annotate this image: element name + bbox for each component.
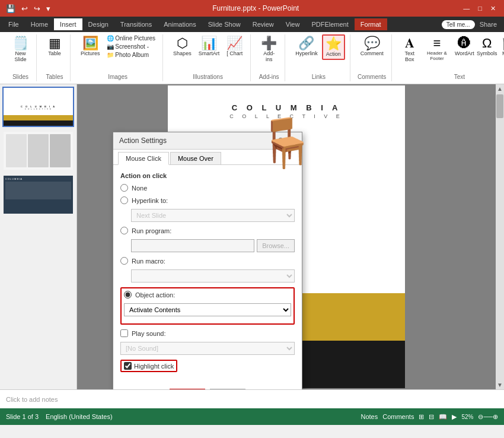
title-bar-title: Furniture.pptx - PowerPoint: [52, 4, 460, 12]
wordart-button[interactable]: 🅐 WordArt: [454, 34, 475, 59]
minimize-button[interactable]: —: [460, 4, 473, 14]
smart-art-button[interactable]: 📊 SmartArt: [196, 34, 223, 59]
table-button[interactable]: ▦ Table: [44, 34, 65, 59]
radio-hyperlink[interactable]: [120, 196, 128, 204]
media-button[interactable]: 🎬 Media: [499, 34, 504, 59]
macro-dropdown-row: [131, 269, 295, 283]
notes-toggle[interactable]: Notes: [361, 413, 378, 420]
view-slide-sorter[interactable]: ⊟: [429, 413, 434, 421]
text-box-button[interactable]: 𝐀 Text Box: [399, 34, 420, 65]
chart-button[interactable]: 📈 [ Chart: [224, 34, 245, 59]
radio-none[interactable]: [120, 184, 128, 192]
action-button[interactable]: ⭐ Action: [322, 34, 345, 60]
tab-slide-show[interactable]: Slide Show: [202, 18, 247, 30]
radio-run-program[interactable]: [120, 227, 128, 234]
table-icon: ▦: [49, 37, 61, 50]
dialog-title: Action Settings: [119, 137, 167, 145]
tab-design[interactable]: Design: [82, 18, 114, 30]
pictures-icon: 🖼️: [82, 37, 98, 50]
tab-file[interactable]: File: [2, 18, 25, 30]
run-program-input[interactable]: [131, 239, 254, 252]
ribbon-group-addins-inner: ➕ Add-ins: [258, 34, 280, 72]
undo-button[interactable]: ↩: [20, 4, 29, 14]
online-pictures-button[interactable]: 🌐 Online Pictures: [104, 34, 158, 42]
slide-thumb-1[interactable]: 1 C O L U M B I A C O L L E C T I V E: [2, 87, 74, 127]
scroll-down-button[interactable]: ▼: [496, 380, 504, 389]
tab-review[interactable]: Review: [247, 18, 280, 30]
slide-thumb-3[interactable]: 3 COLUMBIA: [2, 174, 74, 215]
radio-row-object-action: Object action:: [124, 291, 291, 299]
share-button[interactable]: Share: [480, 21, 497, 28]
view-slideshow[interactable]: ▶: [452, 413, 457, 421]
ribbon-tabs: File Home Insert Design Transitions Anim…: [0, 17, 504, 32]
close-button[interactable]: ✕: [487, 4, 499, 14]
hyperlink-dropdown[interactable]: Next Slide: [131, 209, 295, 222]
chart-icon: 📈: [227, 37, 243, 50]
screenshot-button[interactable]: 📷 Screenshot -: [104, 43, 158, 50]
browse-button[interactable]: Browse...: [257, 239, 295, 252]
symbols-icon: Ω: [482, 37, 492, 50]
new-slide-button[interactable]: 🗒️ New Slide: [9, 34, 31, 65]
action-on-click-label: Action on click: [120, 172, 295, 179]
sound-dropdown[interactable]: [No Sound]: [120, 342, 295, 355]
ok-button[interactable]: OK: [170, 389, 206, 389]
zoom-level: 52%: [461, 414, 473, 420]
object-action-dropdown[interactable]: Activate Contents: [124, 303, 291, 316]
ribbon-group-addins: ➕ Add-ins Add-ins: [253, 34, 285, 81]
tab-home[interactable]: Home: [25, 18, 54, 30]
wordart-icon: 🅐: [458, 37, 471, 50]
ribbon-group-illustrations-inner: ⬡ Shapes 📊 SmartArt 📈 [ Chart: [170, 34, 245, 72]
play-sound-row: Play sound:: [120, 329, 295, 337]
play-sound-checkbox[interactable]: [120, 329, 128, 337]
images-group-label: Images: [108, 74, 127, 81]
highlight-click-checkbox[interactable]: [124, 362, 132, 370]
radio-run-macro[interactable]: [120, 257, 128, 265]
slide-thumb-2[interactable]: 2: [2, 131, 74, 171]
tab-pdfelement[interactable]: PDFElement: [305, 18, 354, 30]
ribbon-group-tables-inner: ▦ Table: [44, 34, 65, 72]
tab-mouse-over[interactable]: Mouse Over: [170, 152, 221, 164]
smart-art-icon: 📊: [201, 37, 217, 50]
tab-mouse-click[interactable]: Mouse Click: [118, 152, 169, 165]
view-normal[interactable]: ⊞: [419, 413, 424, 421]
view-reading[interactable]: 📖: [439, 413, 447, 421]
redo-button[interactable]: ↪: [33, 4, 42, 14]
window-controls: — □ ✕: [460, 4, 499, 14]
slide-preview-3: COLUMBIA: [4, 176, 73, 214]
macro-dropdown[interactable]: [131, 269, 295, 283]
tab-insert[interactable]: Insert: [54, 18, 82, 30]
canvas-area: C O L U M B I A C O L L E C T I V E 🪑 Ac…: [77, 84, 496, 389]
tell-me-box[interactable]: Tell me...: [442, 20, 475, 29]
scroll-thumb[interactable]: [496, 94, 503, 118]
shapes-button[interactable]: ⬡ Shapes: [170, 34, 194, 59]
tab-animations[interactable]: Animations: [158, 18, 202, 30]
cancel-button[interactable]: Cancel: [210, 389, 245, 389]
comment-button[interactable]: 💬 Comment: [358, 34, 387, 59]
more-button[interactable]: ▾: [45, 4, 52, 14]
slide-preview-2: [4, 132, 73, 170]
notes-placeholder[interactable]: Click to add notes: [6, 396, 58, 403]
photo-album-button[interactable]: 📁 Photo Album: [104, 51, 158, 59]
symbols-button[interactable]: Ω Symbols: [476, 34, 497, 59]
tab-format[interactable]: Format: [355, 18, 387, 30]
comments-toggle[interactable]: Comments: [382, 413, 414, 420]
ribbon-group-comments: 💬 Comment Comments: [353, 34, 392, 81]
tab-view[interactable]: View: [280, 18, 306, 30]
pictures-button[interactable]: 🖼️ Pictures: [78, 34, 103, 59]
radio-row-none: None: [120, 184, 295, 192]
maximize-button[interactable]: □: [474, 4, 486, 14]
save-button[interactable]: 💾: [5, 4, 17, 14]
scroll-up-button[interactable]: ▲: [496, 84, 504, 93]
radio-run-program-label: Run program:: [132, 227, 171, 234]
add-ins-button[interactable]: ➕ Add-ins: [258, 34, 280, 65]
tab-transitions[interactable]: Transitions: [114, 18, 158, 30]
radio-object-action[interactable]: [124, 291, 132, 299]
comment-icon: 💬: [364, 37, 380, 50]
zoom-slider[interactable]: ⊖──⊕: [478, 413, 498, 421]
ribbon-help: Tell me... Share: [442, 20, 502, 29]
hyperlink-button[interactable]: 🔗 Hyperlink: [292, 34, 321, 59]
photo-album-icon: 📁: [107, 52, 114, 58]
vertical-scrollbar[interactable]: ▲ ▼: [496, 84, 504, 389]
ribbon-group-slides: 🗒️ New Slide Slides: [5, 34, 37, 81]
header-footer-button[interactable]: ≡ Header & Footer: [422, 34, 453, 64]
